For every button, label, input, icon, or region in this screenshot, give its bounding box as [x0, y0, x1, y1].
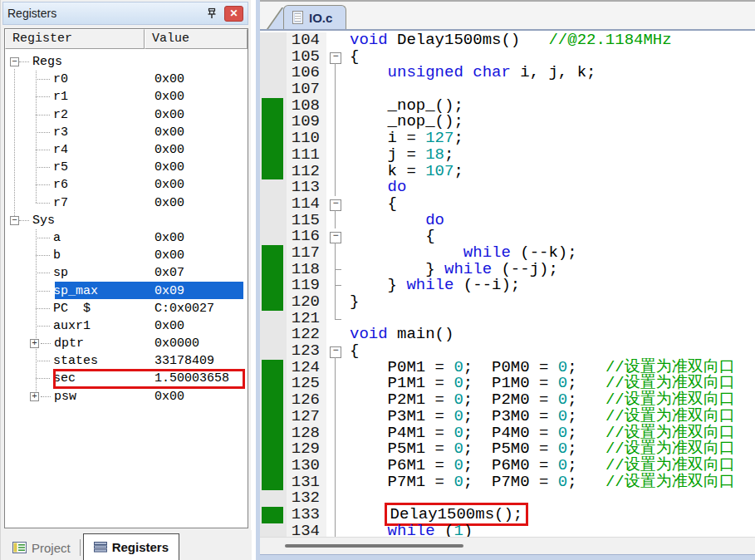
breakpoint-margin[interactable]: [260, 196, 287, 213]
code-text[interactable]: } while (--i);: [345, 278, 520, 294]
register-name: sp_max: [53, 284, 98, 298]
editor-panel: IO.c 104void Delay1500ms() //@22.1184MHz…: [256, 0, 755, 560]
coverage-margin-block[interactable]: [260, 278, 287, 294]
expander-plus-icon[interactable]: +: [30, 392, 39, 401]
register-row[interactable]: r70x00: [5, 194, 248, 212]
tree-connector: [36, 132, 50, 133]
register-row[interactable]: r00x00: [5, 71, 248, 88]
register-row[interactable]: PC $C:0x0027: [5, 300, 248, 317]
line-number: 114: [287, 196, 326, 213]
breakpoint-margin[interactable]: [260, 179, 287, 196]
register-value: 0x00: [154, 125, 184, 140]
register-row[interactable]: r40x00: [5, 141, 248, 159]
line-number: 129: [287, 441, 326, 458]
fold-collapse-icon[interactable]: [326, 228, 345, 245]
column-header-register[interactable]: Register: [5, 29, 145, 49]
coverage-margin-block[interactable]: [260, 130, 287, 147]
coverage-margin-block[interactable]: [260, 441, 287, 458]
tab-separator: [80, 539, 81, 556]
line-number: 104: [287, 32, 326, 49]
coverage-margin-block[interactable]: [260, 360, 287, 376]
register-row[interactable]: r20x00: [5, 106, 248, 124]
close-button[interactable]: ✕: [224, 6, 243, 22]
breakpoint-margin[interactable]: [260, 49, 287, 66]
register-row[interactable]: −Regs: [5, 53, 248, 71]
register-row[interactable]: r30x00: [5, 124, 248, 141]
code-segment: main(): [388, 325, 454, 343]
code-line: 115 do: [260, 213, 755, 229]
coverage-margin-block[interactable]: [260, 245, 287, 262]
code-text[interactable]: while (1): [345, 523, 473, 537]
coverage-margin-block[interactable]: [260, 507, 287, 523]
breakpoint-margin[interactable]: [260, 327, 287, 343]
code-segment: ;: [567, 473, 605, 491]
horizontal-scrollbar[interactable]: [260, 537, 755, 554]
pin-icon[interactable]: [203, 5, 221, 22]
coverage-margin-block[interactable]: [260, 294, 287, 311]
breakpoint-margin[interactable]: [260, 523, 287, 537]
code-text[interactable]: void main(): [345, 327, 453, 343]
coverage-margin-block[interactable]: [260, 147, 287, 164]
tree-connector: [41, 396, 51, 397]
register-row[interactable]: r10x00: [5, 88, 248, 106]
code-text[interactable]: P7M1 = 0; P7M0 = 0; //设置为准双向口: [345, 474, 735, 491]
breakpoint-margin[interactable]: [260, 213, 287, 229]
fold-collapse-icon[interactable]: [326, 49, 345, 66]
fold-collapse-icon[interactable]: [326, 343, 345, 360]
fold-line: [326, 360, 345, 376]
coverage-margin-block[interactable]: [260, 98, 287, 115]
register-name: states: [53, 354, 98, 368]
breakpoint-margin[interactable]: [260, 32, 287, 49]
register-row[interactable]: +dptr0x0000: [5, 335, 248, 352]
expander-plus-icon[interactable]: +: [30, 339, 39, 348]
register-row[interactable]: −Sys: [5, 212, 248, 229]
register-row[interactable]: states33178409: [5, 352, 248, 370]
coverage-margin-block[interactable]: [260, 262, 287, 278]
breakpoint-margin[interactable]: [260, 81, 287, 98]
fold-collapse-icon[interactable]: [326, 196, 345, 213]
register-value: 33178409: [154, 354, 214, 368]
code-segment: ;: [567, 424, 605, 442]
coverage-margin-block[interactable]: [260, 114, 287, 130]
coverage-margin-block[interactable]: [260, 409, 287, 425]
expander-minus-icon[interactable]: −: [10, 216, 19, 225]
register-row[interactable]: sp_max0x09: [5, 282, 248, 299]
expander-minus-icon[interactable]: −: [10, 57, 19, 66]
register-row[interactable]: a0x00: [5, 229, 248, 247]
breakpoint-margin[interactable]: [260, 490, 287, 507]
register-tree: −Regsr00x00r10x00r20x00r30x00r40x00r50x0…: [5, 50, 248, 528]
tab-project[interactable]: Project: [6, 535, 77, 560]
code-segment: }: [350, 276, 406, 294]
fold-line: [326, 474, 345, 491]
coverage-margin-block[interactable]: [260, 392, 287, 409]
register-row[interactable]: b0x00: [5, 247, 248, 264]
register-value: 0x00: [154, 108, 184, 122]
register-row[interactable]: sp0x07: [5, 264, 248, 282]
fold-line: [326, 490, 345, 507]
breakpoint-margin[interactable]: [260, 311, 287, 327]
scrollbar-thumb[interactable]: [285, 544, 463, 548]
breakpoint-margin[interactable]: [260, 65, 287, 81]
breakpoint-margin[interactable]: [260, 343, 287, 360]
register-row[interactable]: r50x00: [5, 159, 248, 176]
coverage-margin-block[interactable]: [260, 164, 287, 180]
code-line: 107: [260, 81, 755, 98]
coverage-margin-block[interactable]: [260, 376, 287, 392]
column-header-value[interactable]: Value: [145, 29, 248, 49]
register-row[interactable]: r60x00: [5, 176, 248, 194]
code-segment: ;: [444, 145, 453, 164]
coverage-margin-block[interactable]: [260, 458, 287, 474]
register-row[interactable]: sec1.50003658: [5, 370, 248, 387]
code-text[interactable]: unsigned char i, j, k;: [345, 65, 596, 81]
fold-line: [326, 81, 345, 98]
coverage-margin-block[interactable]: [260, 474, 287, 491]
fold-line: [326, 409, 345, 425]
code-text[interactable]: }: [345, 294, 359, 311]
breakpoint-margin[interactable]: [260, 228, 287, 245]
file-tab-io-c[interactable]: IO.c: [283, 5, 346, 29]
code-text[interactable]: void Delay1500ms() //@22.1184MHz: [345, 32, 672, 49]
coverage-margin-block[interactable]: [260, 425, 287, 442]
tab-registers[interactable]: Registers: [83, 533, 179, 560]
register-row[interactable]: +psw0x00: [5, 388, 248, 405]
register-row[interactable]: auxr10x00: [5, 317, 248, 335]
